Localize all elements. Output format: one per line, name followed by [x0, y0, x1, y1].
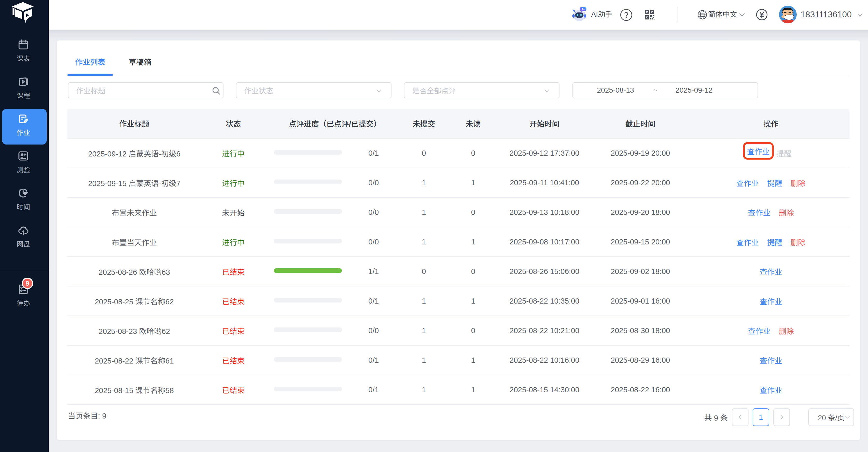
svg-text:AI: AI — [582, 7, 584, 11]
